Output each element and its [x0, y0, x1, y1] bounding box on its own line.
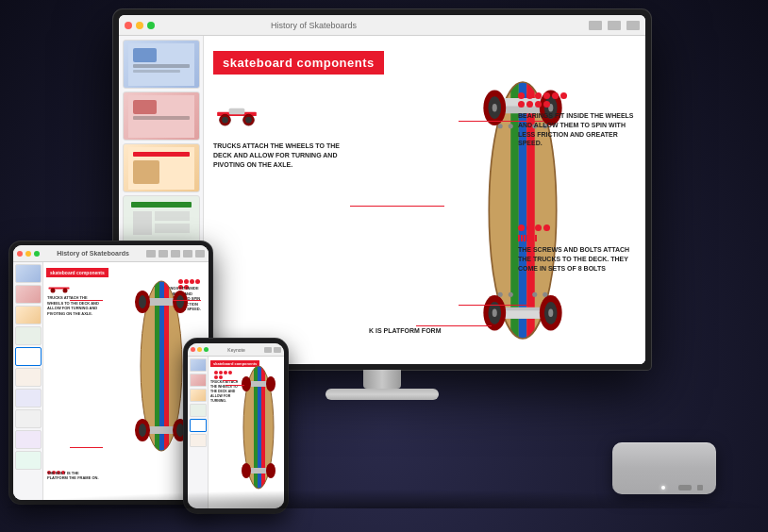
tablet-title: History of Skateboards: [40, 250, 146, 257]
svg-rect-72: [164, 281, 169, 451]
svg-rect-34: [229, 108, 245, 115]
bolts-callout-line: [459, 305, 534, 306]
svg-point-53: [493, 309, 497, 318]
toolbar-icon[interactable]: [608, 21, 621, 30]
phone-thumb-5-active[interactable]: [190, 419, 207, 432]
phone-close-btn[interactable]: [191, 347, 195, 352]
tablet-window-controls: [17, 251, 40, 257]
tablet-toolbar-icon[interactable]: [195, 250, 205, 258]
deck-callout-line: [416, 325, 492, 326]
tablet-thumb-3[interactable]: [15, 306, 42, 324]
tablet-lower-text: THE BOLT IS THE PLATFORM THE FRAME ON.: [47, 471, 99, 481]
tablet-thumb-4[interactable]: [15, 326, 42, 345]
phone-toolbar-icon[interactable]: [274, 347, 281, 353]
svg-point-76: [139, 295, 146, 308]
phone-thumb-1[interactable]: [190, 358, 207, 372]
bolts-annotation-area: THE SCREWS AND BOLTS ATTACH THE TRUCKS T…: [518, 224, 641, 273]
maximize-button[interactable]: [147, 22, 155, 29]
tablet-body: History of Skateboards: [9, 241, 212, 504]
phone-screen: Keynote skateboard comp: [188, 343, 284, 508]
slide-title: skateboard components: [213, 51, 384, 75]
phone-app-title: Keynote: [209, 347, 264, 353]
phone-content: skateboard components: [188, 357, 284, 508]
tablet-toolbar-icon[interactable]: [146, 250, 156, 258]
tablet-toolbar-icon[interactable]: [159, 250, 168, 258]
svg-point-83: [176, 424, 184, 437]
svg-rect-5: [133, 100, 157, 114]
svg-point-81: [139, 424, 146, 437]
deck-note: K IS PLATFORM FORM: [369, 326, 441, 336]
bolts-dots: [518, 224, 641, 231]
tablet-thumb-6[interactable]: [15, 368, 42, 387]
svg-point-31: [222, 117, 228, 124]
slide-thumbnail-4[interactable]: [123, 195, 200, 244]
phone-body: Keynote skateboard comp: [184, 339, 288, 513]
slide-thumbnail-3[interactable]: [123, 143, 200, 192]
minimize-button[interactable]: [136, 22, 143, 29]
truck-callout-line: [350, 206, 444, 207]
tablet-thumb-1[interactable]: [15, 264, 42, 283]
svg-point-67: [63, 289, 68, 293]
svg-rect-70: [155, 281, 159, 451]
bolt-lines: [518, 235, 641, 241]
bolts-text: THE SCREWS AND BOLTS ATTACH THE TRUCKS T…: [518, 245, 641, 273]
main-slide-area: skateboard components TRUCKS ATTACH: [204, 36, 645, 364]
svg-point-64: [543, 292, 547, 297]
phone-thumb-2[interactable]: [190, 374, 207, 387]
phone-thumb-6[interactable]: [190, 434, 207, 447]
phone-toolbar-icon[interactable]: [264, 347, 272, 353]
tablet-callout-2: [173, 300, 201, 301]
toolbar-icon[interactable]: [626, 21, 640, 30]
phone-truck-text: TRUCKS ATTACH THE WHEELS TO THE DECK AND…: [210, 380, 243, 403]
phone-window-controls: [191, 347, 209, 352]
svg-point-45: [493, 104, 497, 112]
truck-icon: [213, 102, 260, 130]
monitor-toolbar: History of Skateboards: [119, 15, 645, 36]
phone-toolbar-icons: [264, 347, 281, 353]
device-shadow: [0, 490, 768, 508]
svg-point-56: [548, 309, 553, 318]
svg-point-66: [51, 289, 56, 293]
tablet-toolbar: History of Skateboards: [13, 245, 209, 262]
bearings-callout-line: [459, 121, 543, 122]
slide-content: skateboard components TRUCKS ATTACH: [204, 36, 645, 364]
tablet-thumb-5-active[interactable]: [15, 347, 42, 366]
phone-minimize-btn[interactable]: [197, 347, 202, 352]
svg-point-92: [266, 376, 275, 391]
bearings-text: BEARINGS FIT INSIDE THE WHEELS AND ALLOW…: [518, 111, 641, 148]
tablet-thumb-8[interactable]: [15, 409, 42, 428]
svg-rect-12: [133, 211, 152, 235]
tablet: History of Skateboards: [9, 241, 212, 504]
mac-mini: [612, 442, 716, 494]
phone-thumb-3[interactable]: [190, 389, 207, 402]
tablet-toolbar-icon[interactable]: [171, 250, 180, 258]
slide-thumbnail-2[interactable]: [123, 91, 200, 141]
phone-toolbar: Keynote: [188, 343, 284, 357]
svg-rect-8: [133, 152, 190, 157]
tablet-slides-panel: [13, 262, 43, 500]
window-title: History of Skateboards: [271, 21, 357, 30]
svg-point-63: [532, 292, 537, 297]
phone-thumb-4[interactable]: [190, 404, 207, 417]
svg-rect-6: [133, 116, 190, 120]
svg-point-58: [509, 124, 513, 128]
tablet-thumb-7[interactable]: [15, 389, 42, 407]
phone-callout-1: [225, 385, 244, 386]
tablet-close-btn[interactable]: [17, 251, 23, 257]
tablet-toolbar-icons: [146, 250, 205, 258]
tablet-thumb-2[interactable]: [15, 285, 42, 304]
tablet-slide-title: skateboard components: [46, 268, 109, 277]
svg-rect-71: [159, 281, 164, 451]
tablet-toolbar-icon[interactable]: [183, 250, 192, 258]
tablet-minimize-btn[interactable]: [25, 251, 31, 257]
phone-callout-2: [223, 380, 237, 381]
tablet-content: skateboard components BEARINGS FIT INSID…: [13, 262, 209, 500]
tablet-thumb-9[interactable]: [15, 430, 42, 449]
monitor-stand-base: [326, 389, 439, 400]
slide-thumbnail-1[interactable]: [123, 40, 200, 89]
truck-annotation-area: TRUCKS ATTACH THE WHEELS TO THE DECK AND…: [213, 102, 355, 169]
svg-point-94: [242, 463, 251, 478]
close-button[interactable]: [125, 22, 132, 29]
toolbar-icon[interactable]: [589, 21, 602, 30]
tablet-thumb-10[interactable]: [15, 451, 42, 470]
